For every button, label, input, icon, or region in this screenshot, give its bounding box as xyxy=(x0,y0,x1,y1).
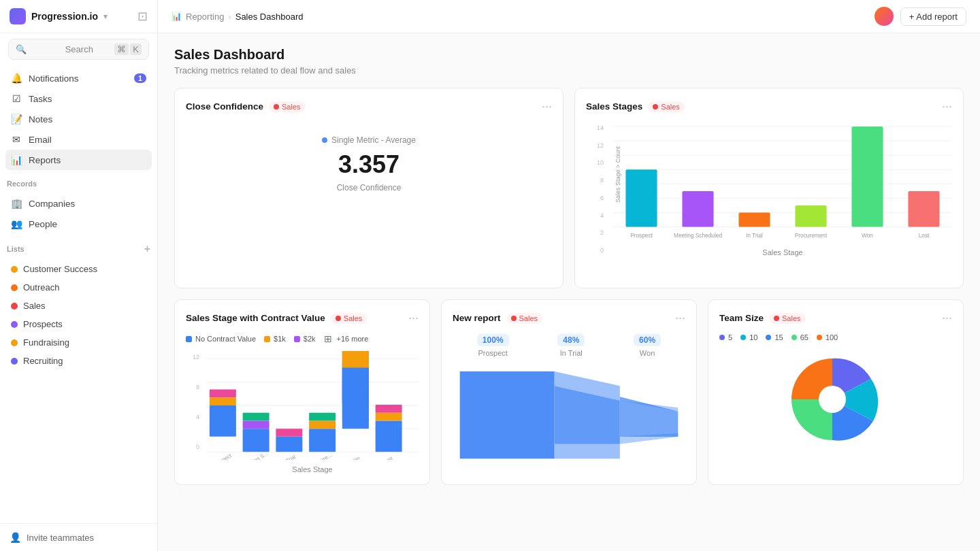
contract-value-chart: 0 4 8 12 xyxy=(186,351,419,473)
svg-text:Won: Won xyxy=(862,232,873,239)
list-item-sales[interactable]: Sales xyxy=(5,297,152,315)
svg-rect-47 xyxy=(342,367,369,406)
main-content: 📊 Reporting › Sales Dashboard + Add repo… xyxy=(158,0,980,551)
invite-teammates-button[interactable]: 👤 Invite teammates xyxy=(0,523,157,551)
notifications-label: Notifications xyxy=(29,73,79,84)
team-size-tag: Sales xyxy=(769,313,806,324)
sidebar-item-notes[interactable]: 📝 Notes xyxy=(5,109,152,129)
add-list-button[interactable]: + xyxy=(144,244,150,254)
sidebar-item-tasks[interactable]: ☑ Tasks xyxy=(5,88,152,109)
invite-label: Invite teammates xyxy=(27,533,94,543)
metric-value: 3.357 xyxy=(186,150,552,179)
search-container: 🔍 Search ⌘ K xyxy=(0,33,157,65)
breadcrumb-parent[interactable]: Reporting xyxy=(186,12,224,22)
legend-1k: $1k xyxy=(264,335,286,343)
sidebar-item-companies[interactable]: 🏢 Companies xyxy=(5,193,152,214)
sidebar-nav: 🔔 Notifications 1 ☑ Tasks 📝 Notes ✉ Emai… xyxy=(0,65,157,173)
pie-chart-container xyxy=(719,348,952,450)
metric-label: Single Metric - Average xyxy=(186,135,552,145)
dashboard-content: Sales Dashboard Tracking metrics related… xyxy=(158,33,980,551)
charts-row-1: Close Confidence Sales ··· Single Metric… xyxy=(174,88,964,288)
sidebar-item-people[interactable]: 👥 People xyxy=(5,214,152,234)
sidebar-item-email[interactable]: ✉ Email xyxy=(5,129,152,150)
sidebar-header: Progression.io ▾ ⊡ xyxy=(0,0,157,33)
companies-icon: 🏢 xyxy=(11,198,22,209)
svg-rect-48 xyxy=(376,420,402,452)
sidebar-item-reports[interactable]: 📊 Reports xyxy=(5,150,152,170)
svg-rect-50 xyxy=(376,405,402,413)
svg-rect-13 xyxy=(908,191,939,227)
team-size-menu[interactable]: ··· xyxy=(942,311,952,325)
lists-section: Lists + Customer Success Outreach Sales … xyxy=(0,237,157,373)
breadcrumb-current: Sales Dashboard xyxy=(235,12,304,22)
svg-rect-8 xyxy=(625,169,657,227)
user-icon: 👤 xyxy=(10,532,21,543)
people-icon: 👥 xyxy=(11,218,22,229)
notes-label: Notes xyxy=(29,114,52,124)
metric-dot xyxy=(322,137,327,143)
prospects-dot xyxy=(11,321,18,328)
close-confidence-menu[interactable]: ··· xyxy=(542,99,552,114)
svg-text:In Trial: In Trial xyxy=(280,454,297,460)
funnel-label-won: 60% Won xyxy=(634,333,661,357)
sidebar: Progression.io ▾ ⊡ 🔍 Search ⌘ K 🔔 Notifi… xyxy=(0,0,158,551)
contract-value-menu[interactable]: ··· xyxy=(408,311,419,325)
svg-text:Procure...: Procure... xyxy=(310,452,333,460)
sales-stages-tag: Sales xyxy=(648,101,685,112)
svg-rect-25 xyxy=(210,405,236,437)
brand-name: Progression.io xyxy=(31,11,98,22)
user-avatar[interactable] xyxy=(875,7,894,26)
topbar-right: + Add report xyxy=(875,7,966,26)
tasks-icon: ☑ xyxy=(11,93,22,104)
recruiting-dot xyxy=(11,358,18,365)
sidebar-collapse-icon[interactable]: ⊡ xyxy=(137,9,148,24)
list-item-prospects[interactable]: Prospects xyxy=(5,315,152,333)
close-confidence-card: Close Confidence Sales ··· Single Metric… xyxy=(174,88,564,288)
y-axis-title: Sales Stage > Count xyxy=(615,146,621,203)
page-title: Sales Dashboard xyxy=(174,47,964,63)
svg-text:Lost: Lost xyxy=(919,232,930,239)
notifications-badge: 1 xyxy=(134,73,146,83)
list-item-fundraising[interactable]: Fundraising xyxy=(5,333,152,352)
new-report-menu[interactable]: ··· xyxy=(675,311,685,325)
sales-stages-header: Sales Stages Sales ··· xyxy=(586,99,952,114)
search-label: Search xyxy=(65,44,110,54)
svg-rect-27 xyxy=(210,390,236,398)
list-item-customer-success[interactable]: Customer Success xyxy=(5,260,152,278)
fundraising-label: Fundraising xyxy=(23,337,69,348)
svg-text:Won: Won xyxy=(348,455,361,460)
svg-text:Prospect: Prospect xyxy=(630,232,653,239)
contract-value-legend: No Contract Value $1k $2k ⊞ +16 more xyxy=(186,333,419,344)
list-item-recruiting[interactable]: Recruiting xyxy=(5,352,152,370)
svg-rect-31 xyxy=(276,437,302,452)
sales-stages-menu[interactable]: ··· xyxy=(942,99,952,114)
ts-legend-10: 10 xyxy=(740,333,757,341)
add-report-button[interactable]: + Add report xyxy=(900,7,966,26)
sales-label: Sales xyxy=(23,301,46,311)
svg-rect-26 xyxy=(210,397,236,405)
lists-section-label: Lists + xyxy=(0,237,157,257)
people-label: People xyxy=(29,219,57,229)
brand-avatar xyxy=(10,8,26,24)
funnel-label-intrial: 48% In Trial xyxy=(557,333,585,357)
team-size-header: Team Size Sales ··· xyxy=(719,311,952,325)
search-input[interactable]: 🔍 Search ⌘ K xyxy=(8,39,149,60)
ts-legend-65: 65 xyxy=(791,333,808,341)
list-item-outreach[interactable]: Outreach xyxy=(5,278,152,297)
sidebar-item-notifications[interactable]: 🔔 Notifications 1 xyxy=(5,68,152,88)
contract-value-svg: Prospect Meeting S... In Trial Procure..… xyxy=(206,351,419,460)
kbd-k: K xyxy=(130,44,142,55)
companies-label: Companies xyxy=(29,199,75,209)
records-nav: 🏢 Companies 👥 People xyxy=(0,190,157,237)
contract-value-header: Sales Stage with Contract Value Sales ··… xyxy=(186,311,419,325)
legend-more: ⊞ +16 more xyxy=(324,333,369,344)
reports-icon: 📊 xyxy=(11,154,22,165)
search-shortcut: ⌘ K xyxy=(114,44,142,55)
search-icon: 🔍 xyxy=(16,44,60,54)
svg-rect-49 xyxy=(376,413,402,421)
new-report-tag: Sales xyxy=(506,313,543,324)
brand-logo[interactable]: Progression.io ▾ xyxy=(10,8,108,24)
contract-value-title: Sales Stage with Contract Value Sales xyxy=(186,313,367,324)
svg-rect-12 xyxy=(851,127,883,227)
sales-stages-chart: 0 2 4 6 8 10 12 14 Sales Stage > Count xyxy=(586,122,952,277)
